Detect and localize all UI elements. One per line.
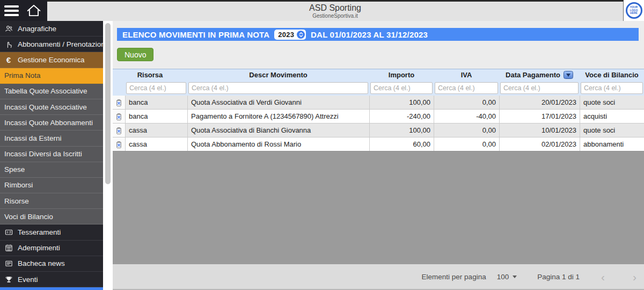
sidebar-item-risorse[interactable]: Risorse <box>0 193 103 209</box>
table-row[interactable]: cassaQuota Associativa di Bianchi Giovan… <box>113 124 644 137</box>
sidebar-item-incassi-quote-abbonamenti[interactable]: Incassi Quote Abbonamenti <box>0 115 103 130</box>
sidebar-item-voci-di-bilancio[interactable]: Voci di Bilancio <box>0 209 103 224</box>
prev-page-button[interactable]: ‹ <box>601 271 605 282</box>
sidebar-item-adempimenti[interactable]: Adempimenti <box>0 241 103 256</box>
table-row[interactable]: bancaQuota Associativa di Verdi Giovanni… <box>113 96 644 110</box>
sidebar-item-gestione-economica[interactable]: €Gestione Economica <box>0 52 103 68</box>
filter-descr-input[interactable] <box>188 82 368 94</box>
id-card-icon <box>4 228 13 236</box>
sidebar-item-anagrafiche[interactable]: Anagrafiche <box>0 21 103 37</box>
people-icon <box>4 25 13 33</box>
per-page-label: Elementi per pagina <box>422 273 486 281</box>
filter-importo-input[interactable] <box>370 82 433 94</box>
filter-spacer <box>113 81 125 96</box>
cell-voce-di-bilancio: quote soci <box>580 96 644 109</box>
sidebar-item-bacheca-news[interactable]: Bacheca news <box>0 256 103 272</box>
news-icon <box>4 259 13 267</box>
delete-row-icon[interactable] <box>113 137 125 151</box>
sidebar-item-label: Adempimenti <box>18 244 60 252</box>
menu-icon[interactable] <box>4 5 19 16</box>
col-importo[interactable]: Importo <box>369 69 434 81</box>
filter-voce-input[interactable] <box>581 82 643 94</box>
sidebar-item-spese[interactable]: Spese <box>0 162 103 178</box>
sidebar-scrollbar-thumb[interactable] <box>105 23 111 184</box>
sidebar-item-tabella-quote-associative[interactable]: Tabella Quote Associative <box>0 84 103 99</box>
col-voce-di-bilancio[interactable]: Voce di Bilancio <box>580 69 644 81</box>
sidebar-item-label: Tabella Quote Associative <box>4 87 87 95</box>
next-page-button[interactable]: › <box>633 271 636 282</box>
cell-voce-di-bilancio: acquisti <box>580 110 644 123</box>
sidebar-item-label: Abbonamenti / Prenotazioni <box>18 40 103 48</box>
sidebar-next-item-partial <box>0 287 103 290</box>
year-value: 2023 <box>278 31 294 39</box>
body-row: AnagraficheAbbonamenti / Prenotazioni€Ge… <box>0 21 644 290</box>
home-icon[interactable] <box>26 4 41 18</box>
select-chevrons-icon <box>297 31 305 39</box>
sort-desc-icon[interactable] <box>564 71 573 79</box>
sidebar-item-label: Risorse <box>4 197 29 205</box>
sidebar: AnagraficheAbbonamenti / Prenotazioni€Ge… <box>0 21 103 290</box>
topbar-left <box>0 0 47 21</box>
table-row[interactable]: bancaPagamento a Fornitore A (1234567890… <box>113 110 644 124</box>
filter-data-input[interactable] <box>500 82 579 94</box>
col-risorsa[interactable]: Risorsa <box>113 69 187 81</box>
sidebar-item-abbonamenti-prenotazioni[interactable]: Abbonamenti / Prenotazioni <box>0 37 103 52</box>
table-header: Risorsa Descr Movimento Importo IVA Data… <box>113 69 644 81</box>
per-page-select[interactable]: 100 <box>497 273 517 281</box>
sidebar-item-label: Incassi Quote Associative <box>4 103 87 111</box>
sidebar-scroll-track[interactable] <box>103 21 113 290</box>
sidebar-item-label: Bacheca news <box>18 259 65 267</box>
cell-iva: 0,00 <box>434 96 499 109</box>
logo-area: YOUR LOGO HERE <box>624 0 644 21</box>
sidebar-item-prima-nota[interactable]: Prima Nota <box>0 68 103 84</box>
sidebar-item-incassi-quote-associative[interactable]: Incassi Quote Associative <box>0 99 103 115</box>
col-data-pagamento[interactable]: Data Pagamento <box>499 69 580 81</box>
filter-iva-input[interactable] <box>435 82 498 94</box>
cell-iva: -40,00 <box>434 110 499 123</box>
sidebar-item-incassi-da-esterni[interactable]: Incassi da Esterni <box>0 130 103 146</box>
cell-descr-movimento: Pagamento a Fornitore A (1234567890) Att… <box>187 110 369 123</box>
sidebar-item-label: Incassi da Esterni <box>4 134 62 142</box>
sidebar-item-label: Anagrafiche <box>18 25 56 33</box>
caret-down-icon <box>513 276 517 278</box>
main-content: ELENCO MOVIMENTI IN PRIMA NOTA 2023 DAL … <box>113 21 644 290</box>
sidebar-item-label: Eventi <box>18 276 38 284</box>
table-row[interactable]: cassaQuota Abbonamento di Rossi Mario60,… <box>113 137 644 151</box>
club-logo[interactable]: YOUR LOGO HERE <box>626 2 642 19</box>
app-subtitle: GestioneSportiva.it <box>312 13 358 19</box>
cell-descr-movimento: Quota Associativa di Bianchi Giovanna <box>187 124 369 137</box>
cell-descr-movimento: Quota Associativa di Verdi Giovanni <box>187 96 369 109</box>
sidebar-item-label: Prima Nota <box>4 71 41 79</box>
cell-data-pagamento: 17/01/2023 <box>499 110 580 123</box>
euro-icon: € <box>4 56 13 64</box>
trophy-icon <box>4 276 13 284</box>
filter-risorsa-input[interactable] <box>126 82 186 94</box>
page-info: Pagina 1 di 1 <box>537 273 580 281</box>
cell-importo: 100,00 <box>369 124 434 137</box>
movements-table: Risorsa Descr Movimento Importo IVA Data… <box>113 69 644 151</box>
col-iva[interactable]: IVA <box>434 69 499 81</box>
sidebar-item-label: Tesseramenti <box>18 228 61 236</box>
app-window: ASD Sporting GestioneSportiva.it YOUR LO… <box>0 0 644 290</box>
page-header: ELENCO MOVIMENTI IN PRIMA NOTA 2023 DAL … <box>117 28 639 41</box>
cell-risorsa: banca <box>125 110 187 123</box>
cell-iva: 0,00 <box>434 124 499 137</box>
new-button[interactable]: Nuovo <box>117 48 153 61</box>
sidebar-item-rimborsi[interactable]: Rimborsi <box>0 178 103 193</box>
delete-row-icon[interactable] <box>113 124 125 137</box>
cell-voce-di-bilancio: quote soci <box>580 124 644 137</box>
table-body: bancaQuota Associativa di Verdi Giovanni… <box>113 96 644 151</box>
filter-row <box>113 81 644 96</box>
cell-risorsa: banca <box>125 96 187 109</box>
sidebar-item-eventi[interactable]: Eventi <box>0 272 103 287</box>
hand-pointer-icon <box>4 40 13 48</box>
col-label: Data Pagamento <box>506 71 560 79</box>
col-descr-movimento[interactable]: Descr Movimento <box>187 69 369 81</box>
delete-row-icon[interactable] <box>113 110 125 123</box>
delete-row-icon[interactable] <box>113 96 125 109</box>
year-select[interactable]: 2023 <box>274 30 306 40</box>
logo-text: YOUR LOGO HERE <box>630 6 638 15</box>
sidebar-item-label: Spese <box>4 165 25 173</box>
sidebar-item-tesseramenti[interactable]: Tesseramenti <box>0 224 103 240</box>
sidebar-item-incassi-diversi-da-iscritti[interactable]: Incassi Diversi da Iscritti <box>0 147 103 162</box>
